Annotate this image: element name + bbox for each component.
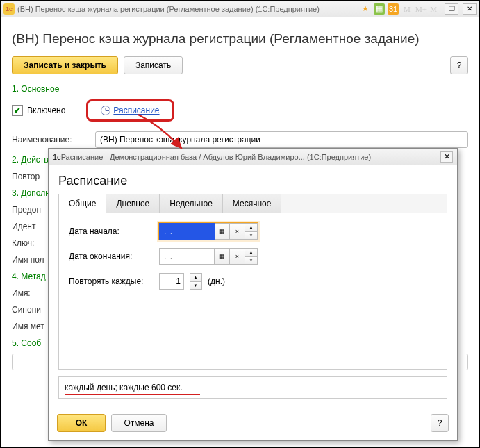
popup-help-button[interactable]: ? (431, 414, 449, 432)
enabled-label: Включено (27, 106, 65, 115)
enabled-checkbox[interactable]: ✔ (12, 105, 23, 116)
end-date-spinner[interactable]: ▲▼ (245, 248, 258, 265)
close-button[interactable]: ✕ (463, 3, 477, 15)
schedule-link[interactable]: Расписание (113, 106, 159, 115)
calendar-icon[interactable]: 31 (388, 3, 399, 15)
start-date-spinner[interactable]: ▲▼ (245, 223, 258, 240)
name-label: Наименование: (12, 135, 95, 144)
page-title: (ВН) Перенос кэша журнала регистрации (Р… (12, 31, 468, 47)
repeat-spinner[interactable]: ▲▼ (190, 273, 202, 290)
schedule-link-highlight: Расписание (86, 99, 174, 122)
cancel-button[interactable]: Отмена (111, 414, 167, 432)
end-date-picker-button[interactable]: ▦ (215, 248, 230, 265)
m-minus-icon[interactable]: M- (429, 3, 440, 15)
ok-button[interactable]: ОК (57, 414, 106, 432)
favorite-icon[interactable]: ★ (360, 3, 371, 15)
name-input[interactable]: (ВН) Перенос кэша журнала регистрации (95, 131, 468, 148)
save-button[interactable]: Записать (124, 56, 183, 74)
restore-button[interactable]: ❐ (445, 3, 458, 15)
popup-heading: Расписание (58, 174, 447, 188)
start-date-picker-button[interactable]: ▦ (215, 223, 230, 240)
end-date-input[interactable]: . . (159, 248, 215, 265)
popup-app-icon: 1c (53, 153, 61, 161)
popup-close-button[interactable]: ✕ (440, 151, 453, 163)
clock-icon (101, 106, 110, 115)
save-and-close-button[interactable]: Записать и закрыть (12, 56, 118, 74)
schedule-summary: каждый день; каждые 600 сек. (58, 376, 447, 399)
end-date-clear-button[interactable]: × (230, 248, 245, 265)
tab-weekly[interactable]: Недельное (160, 194, 223, 213)
start-date-clear-button[interactable]: × (230, 223, 245, 240)
repeat-every-label: Повторять каждые: (69, 276, 159, 286)
tab-monthly[interactable]: Месячное (223, 194, 282, 213)
start-date-label: Дата начала: (69, 226, 159, 236)
tab-daily[interactable]: Дневное (106, 194, 160, 213)
calculator-icon[interactable]: ▦ (374, 3, 385, 15)
start-date-input[interactable]: . . (159, 223, 215, 240)
m-plus-icon[interactable]: M+ (415, 3, 427, 15)
help-button[interactable]: ? (450, 56, 468, 74)
section-main: 1. Основное (12, 84, 468, 94)
popup-title: Расписание - Демонстрационная база / Абд… (61, 153, 440, 161)
repeat-value-input[interactable]: 1 (159, 273, 184, 290)
repeat-unit-label: (дн.) (208, 276, 225, 286)
app-icon: 1c (3, 3, 15, 15)
schedule-summary-text: каждый день; каждые 600 сек. (65, 383, 183, 392)
end-date-label: Дата окончания: (69, 251, 159, 261)
window-title: (ВН) Перенос кэша журнала регистрации (Р… (17, 5, 360, 13)
red-underline-annotation (65, 394, 200, 395)
m-icon-1[interactable]: M (402, 3, 413, 15)
tab-general[interactable]: Общие (59, 194, 106, 213)
schedule-popup: 1c Расписание - Демонстрационная база / … (48, 148, 458, 441)
